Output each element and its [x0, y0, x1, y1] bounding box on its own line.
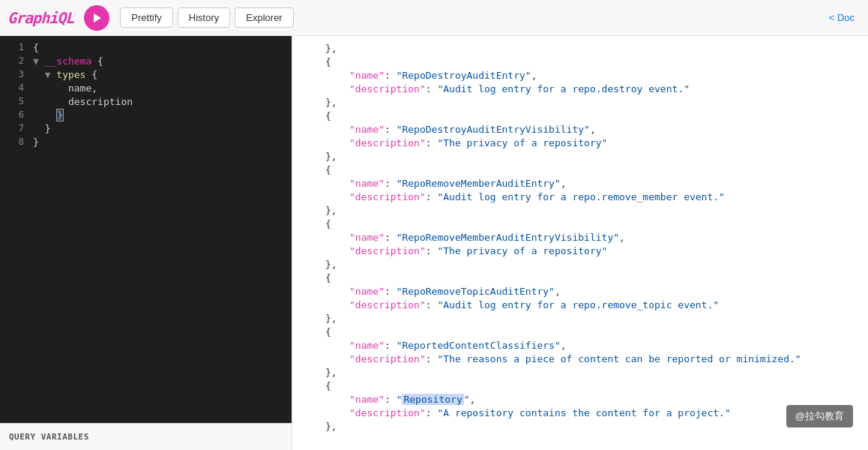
json-line-desc-RepoRemoveMemberAuditEntryVisibility: "description": "The privacy of a reposit… — [292, 244, 868, 258]
query-variables-label: QUERY VARIABLES — [9, 432, 89, 442]
editor-line-3: 3 ▼ types { — [0, 69, 292, 82]
line-content-2: ▼ __schema { — [33, 56, 103, 67]
json-line-name-RepoRemoveTopicAuditEntry: "name": "RepoRemoveTopicAuditEntry", — [292, 285, 868, 298]
json-line-name-RepoRemoveMemberAuditEntry: "name": "RepoRemoveMemberAuditEntry", — [292, 177, 868, 190]
watermark: @拉勾教育 — [786, 405, 853, 428]
json-line-close-7: }, — [292, 366, 868, 380]
json-line-desc-RepoDestroyAuditEntryVisibility: "description": "The privacy of a reposit… — [292, 136, 868, 150]
editor-line-1: 1 { — [0, 42, 292, 56]
run-button[interactable] — [84, 5, 109, 31]
response-panel[interactable]: }, { "name": "RepoDestroyAuditEntry", "d… — [292, 36, 868, 450]
logo-graph: Graph — [7, 9, 49, 27]
json-line-open-5: { — [292, 272, 868, 285]
json-line-open-6: { — [292, 326, 868, 339]
history-button[interactable]: History — [178, 8, 230, 28]
editor-panel: 1 { 2 ▼ __schema { 3 ▼ types { 4 name, 5 — [0, 36, 292, 450]
json-line-open-2: { — [292, 110, 868, 123]
line-number-3: 3 — [6, 69, 24, 80]
line-content-5: description — [33, 96, 133, 107]
json-line-name-RepoDestroyAuditEntryVisibility: "name": "RepoDestroyAuditEntryVisibility… — [292, 123, 868, 136]
logo: GraphiQL — [7, 9, 73, 27]
line-number-6: 6 — [6, 110, 24, 120]
line-content-4: name, — [33, 82, 97, 94]
json-line-name-RepoRemoveMemberAuditEntryVisibility: "name": "RepoRemoveMemberAuditEntryVisib… — [292, 231, 868, 244]
line-content-6: } — [33, 110, 64, 121]
logo-ql: QL — [57, 9, 73, 27]
app-header: GraphiQL Prettify History Explorer < Doc — [0, 0, 868, 36]
line-content-1: { — [33, 42, 39, 53]
explorer-button[interactable]: Explorer — [235, 8, 293, 28]
line-content-3: ▼ types { — [33, 69, 97, 80]
json-line-name-Repository: "name": "Repository", — [292, 393, 868, 406]
line-content-7: } — [33, 123, 50, 134]
json-line-open-7: { — [292, 380, 868, 393]
main-content: 1 { 2 ▼ __schema { 3 ▼ types { 4 name, 5 — [0, 36, 868, 450]
editor-line-8: 8 } — [0, 136, 292, 150]
json-line-name-RepoDestroyAuditEntry: "name": "RepoDestroyAuditEntry", — [292, 69, 868, 82]
editor-line-5: 5 description — [0, 96, 292, 110]
logo-i: i — [49, 9, 57, 27]
editor-line-7: 7 } — [0, 123, 292, 136]
query-editor[interactable]: 1 { 2 ▼ __schema { 3 ▼ types { 4 name, 5 — [0, 36, 292, 423]
json-line-open-1: { — [292, 56, 868, 69]
json-line-desc-Repository: "description": "A repository contains th… — [292, 406, 868, 420]
line-number-7: 7 — [6, 123, 24, 134]
json-line-desc-RepoRemoveTopicAuditEntry: "description": "Audit log entry for a re… — [292, 298, 868, 312]
json-line-close-2: }, — [292, 96, 868, 110]
json-line-close-4: }, — [292, 204, 868, 218]
json-line-close-1: }, — [292, 42, 868, 56]
json-line-name-ReportedContentClassifiers: "name": "ReportedContentClassifiers", — [292, 339, 868, 352]
prettify-button[interactable]: Prettify — [120, 8, 172, 28]
line-number-2: 2 — [6, 56, 24, 66]
line-number-8: 8 — [6, 136, 24, 147]
editor-line-6: 6 } — [0, 110, 292, 123]
json-line-desc-RepoRemoveMemberAuditEntry: "description": "Audit log entry for a re… — [292, 190, 868, 204]
json-line-close-8: }, — [292, 420, 868, 434]
json-line-close-6: }, — [292, 312, 868, 326]
header-right: < Doc — [823, 8, 861, 27]
line-number-5: 5 — [6, 96, 24, 106]
editor-line-4: 4 name, — [0, 82, 292, 96]
editor-line-2: 2 ▼ __schema { — [0, 56, 292, 69]
json-line-desc-RepoDestroyAuditEntry: "description": "Audit log entry for a re… — [292, 82, 868, 96]
json-line-close-5: }, — [292, 258, 868, 272]
json-line-open-3: { — [292, 164, 868, 177]
json-line-close-3: }, — [292, 150, 868, 164]
query-variables-bar[interactable]: QUERY VARIABLES — [0, 423, 292, 450]
line-content-8: } — [33, 136, 39, 148]
line-number-1: 1 — [6, 42, 24, 52]
doc-button[interactable]: < Doc — [823, 8, 861, 27]
line-number-4: 4 — [6, 82, 24, 93]
json-line-desc-ReportedContentClassifiers: "description": "The reasons a piece of c… — [292, 352, 868, 366]
json-line-open-4: { — [292, 218, 868, 231]
